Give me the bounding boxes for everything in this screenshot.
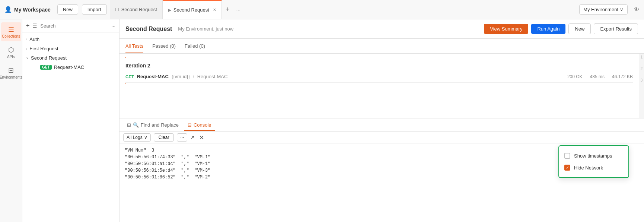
request-row: GET Request-MAC {{vm-id}} / Request-MAC … [125,71,633,83]
hide-network-label: Hide Network [574,165,603,171]
run-again-button[interactable]: Run Again [531,24,565,34]
console-more-button[interactable]: ··· [177,133,187,142]
top-bar: 👤 My Workspace New Import ☐ Second Reque… [0,0,644,19]
tab-all-tests[interactable]: All Tests [125,39,143,53]
environments-icon: ⊟ [8,66,14,74]
tree-item-first-request[interactable]: › First Request [22,44,119,53]
close-console-button[interactable]: ✕ [199,134,204,141]
hide-network-checkbox[interactable]: ✓ [564,165,570,171]
tab-more-button[interactable]: ··· [233,7,243,13]
sidebar-item-apis[interactable]: ⬡ APIs [1,43,21,62]
response-size: 46.172 KB [612,74,633,79]
sidebar-panel: + ☰ ··· › Auth › First Request ∨ Second … [22,19,119,222]
sidebar-item-collections[interactable]: ☰ Collections [1,22,21,41]
bottom-tabs: ⊞ 🔍 Find and Replace ⊟ Console [119,118,644,132]
filter-button[interactable]: ☰ [32,23,37,29]
tree-first-request-label: First Request [29,46,58,51]
import-button[interactable]: Import [82,4,107,15]
find-replace-icon: ⊞ [127,122,131,128]
apis-icon: ⬡ [8,46,14,54]
inactive-tab-label: Second Request [121,7,157,12]
new-tab-button[interactable]: + [222,6,233,13]
new-button[interactable]: New [57,4,78,15]
console-dropdown-popup: Show timestamps ✓ Hide Network [558,145,629,178]
tab-failed-label: Failed (0) [185,43,205,49]
tab-close-button[interactable]: ✕ [213,7,216,12]
tab-find-replace[interactable]: ⊞ 🔍 Find and Replace [123,120,182,131]
content-area: Second Request My Environment, just now … [119,19,644,222]
tab-all-tests-label: All Tests [125,43,143,49]
environment-selector[interactable]: My Environment ∨ [579,4,628,15]
view-summary-button[interactable]: View Summary [484,24,528,34]
show-timestamps-checkbox[interactable] [564,153,570,159]
content-tabs: All Tests Passed (0) Failed (0) [119,39,644,54]
active-tab-label: Second Request [173,7,209,13]
tab-passed[interactable]: Passed (0) [152,39,176,53]
collections-icon: ☰ [8,25,14,34]
tree-auth-label: Auth [29,37,39,42]
sidebar: ☰ Collections ⬡ APIs ⊟ Environments + ☰ … [0,19,119,222]
active-tab[interactable]: ▶ Second Request ✕ [163,0,222,19]
sidebar-environments-label: Environments [0,75,22,79]
tab-passed-label: Passed (0) [152,43,176,49]
tree-item-auth[interactable]: › Auth [22,35,119,44]
bottom-panel: ⊞ 🔍 Find and Replace ⊟ Console All Logs … [119,118,644,222]
clear-button[interactable]: Clear [154,133,174,142]
response-time: 485 ms [590,74,605,79]
log-filter-dropdown[interactable]: All Logs ∨ [123,133,151,142]
new-button-runner[interactable]: New [568,23,591,34]
tab-failed[interactable]: Failed (0) [185,39,205,53]
scrollbar-area: 1 2 3 [639,54,644,118]
console-label: Console [194,122,211,128]
runner-actions: View Summary Run Again New Export Result… [484,23,638,34]
add-collection-button[interactable]: + [26,22,29,29]
tree-request-mac-label: Request-MAC [54,64,85,70]
user-icon: 👤 [4,6,12,13]
get-method-badge: GET [40,65,52,70]
chevron-down-icon: ∨ [620,7,624,12]
runner-header: Second Request My Environment, just now … [119,19,644,39]
console-icon: ⊟ [188,122,192,128]
iteration-2-label: Iteration 2 [125,60,633,71]
log-filter-chevron: ∨ [144,135,147,140]
tab-bar: ☐ Second Request ▶ Second Request ✕ + ··… [110,0,576,19]
request-endpoint: Request-MAC [197,74,228,79]
tab-icon-inactive: ☐ [115,7,119,12]
runner-meta: My Environment, just now [178,26,233,32]
request-method-badge: GET [125,74,134,79]
log-filter-label: All Logs [127,135,143,140]
chevron-right-icon: › [26,37,27,41]
tree-second-request-label: Second Request [31,55,67,61]
workspace-name: My Workspace [14,7,51,13]
find-replace-search-icon: 🔍 [133,122,139,128]
find-replace-label: Find and Replace [141,122,179,128]
tab-console[interactable]: ⊟ Console [184,120,215,131]
console-toolbar: All Logs ∨ Clear ··· ↗ ✕ Show timestamps… [119,132,644,143]
sidebar-item-environments[interactable]: ⊟ Environments [1,63,21,82]
tree-item-second-request[interactable]: ∨ Second Request [22,53,119,63]
inactive-tab[interactable]: ☐ Second Request [110,0,163,19]
chevron-right-icon: › [26,47,27,51]
tree-item-request-mac[interactable]: GET Request-MAC [22,63,119,72]
external-link-icon[interactable]: ↗ [190,134,195,140]
sidebar-more-button[interactable]: ··· [111,23,115,29]
hide-network-item[interactable]: ✓ Hide Network [564,162,623,174]
search-input[interactable] [40,23,108,29]
main-layout: ☰ Collections ⬡ APIs ⊟ Environments + ☰ … [0,19,644,222]
show-timestamps-item[interactable]: Show timestamps [564,150,623,162]
runner-title: Second Request [125,26,172,32]
path-separator: / [193,74,194,79]
eye-icon[interactable]: 👁 [634,6,640,13]
request-path-var: {{vm-id}} [172,74,190,79]
export-results-button[interactable]: Export Results [594,23,638,34]
response-status: 200 OK [567,74,583,79]
request-name: Request-MAC [137,74,169,79]
sidebar-panel-header: + ☰ ··· [22,19,119,32]
scroll-num-1[interactable]: 1 [641,55,643,59]
show-timestamps-label: Show timestamps [574,153,612,159]
sidebar-tree: › Auth › First Request ∨ Second Request … [22,32,119,74]
environment-label: My Environment [583,7,618,12]
scroll-num-3[interactable]: 3 [641,78,643,82]
results-container: Iteration 2 GET Request-MAC {{vm-id}} / … [119,54,644,118]
scroll-num-2[interactable]: 2 [641,67,643,71]
